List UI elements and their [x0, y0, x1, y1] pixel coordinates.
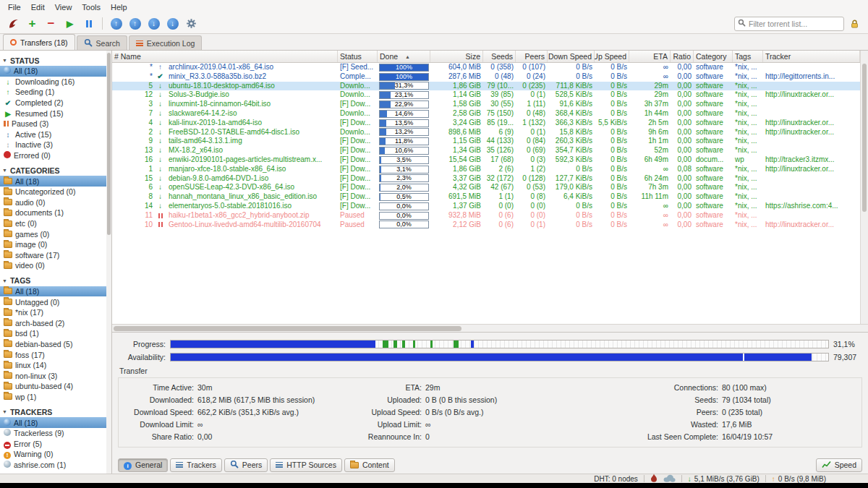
menu-item-help[interactable]: Help: [106, 1, 132, 13]
menu-item-file[interactable]: File: [3, 1, 26, 13]
detail-tab-content[interactable]: Content: [344, 458, 395, 472]
options-button[interactable]: [183, 15, 200, 32]
connection-cloud-icon[interactable]: [663, 474, 676, 484]
sidebar-item-debian-based-5[interactable]: debian-based (5): [0, 339, 111, 350]
sidebar-item-image-0[interactable]: image (0): [0, 239, 111, 250]
torrent-row-mx-18-2-x64-iso[interactable]: 13 ↓ MX-18.2_x64.iso [F] Dow... 10,6% 1,…: [112, 146, 860, 155]
torrent-row-ubuntu-18-10-desktop-amd64-i[interactable]: 5 ↓ ubuntu-18.10-desktop-amd64.iso Downl…: [112, 82, 860, 91]
column-header-name[interactable]: # Name: [112, 51, 338, 62]
sidebar-item-arch-based-2[interactable]: arch-based (2): [0, 317, 111, 328]
sidebar-item-wp-1[interactable]: wp (1): [0, 392, 111, 403]
column-header-done[interactable]: Done▲: [378, 51, 430, 62]
queue-down-button[interactable]: ↓: [145, 15, 162, 32]
torrent-row-manjaro-xfce-18-0-stable-x86[interactable]: 1 ↓ manjaro-xfce-18.0-stable-x86_64.iso …: [112, 165, 860, 174]
sidebar-item-games-0[interactable]: games (0): [0, 228, 111, 239]
sidebar-item-documents-1[interactable]: documents (1): [0, 207, 111, 218]
detail-tab-http-sources[interactable]: HTTP Sources: [270, 458, 342, 472]
torrent-row-gentoo-linux-livedvd-amd64-m[interactable]: 10 Gentoo-Linux-livedvd-amd64-multilib-2…: [112, 221, 860, 230]
column-header-size[interactable]: Size: [430, 51, 483, 62]
sidebar-item-all-18[interactable]: All (18): [0, 286, 111, 297]
column-header-eta[interactable]: ETA: [629, 51, 671, 62]
sidebar-item-etc-0[interactable]: etc (0): [0, 218, 111, 229]
sidebar-item-ashrise-com-1[interactable]: ashrise.com (1): [0, 460, 111, 471]
sidebar-section-categories[interactable]: ▼ CATEGORIES: [0, 164, 111, 176]
torrent-row-slackware64-14-2-iso[interactable]: 7 ↓ slackware64-14.2-iso Downlo... 14,6%…: [112, 109, 860, 119]
sidebar-item-all-18[interactable]: All (18): [0, 66, 111, 77]
torrent-row-solus-3-budgie-iso[interactable]: 12 ↓ Solus-3-Budgie.iso Downlo... 23,1% …: [112, 90, 860, 100]
column-header-tags[interactable]: Tags: [733, 51, 763, 62]
sidebar-item-video-0[interactable]: video (0): [0, 260, 111, 271]
sidebar-item-resumed-15[interactable]: ▶ Resumed (15): [0, 108, 111, 119]
torrent-row-linuxmint-18-cinnamon-64bit-[interactable]: 3 ↓ linuxmint-18-cinnamon-64bit.iso [F] …: [112, 100, 860, 109]
sidebar-item-error-5[interactable]: Error (5): [0, 438, 111, 449]
menu-item-view[interactable]: View: [50, 1, 77, 13]
tab-execution-log[interactable]: Execution Log: [129, 35, 203, 50]
horizontal-scrollbar[interactable]: [112, 324, 868, 332]
sidebar-section-tags[interactable]: ▼ TAGS: [0, 275, 111, 286]
pause-button[interactable]: [80, 15, 97, 32]
torrent-row-opensuse-leap-42-3-dvd-x86-6[interactable]: 6 ↓ openSUSE-Leap-42.3-DVD-x86_64.iso [F…: [112, 183, 860, 192]
sidebar-item-completed-2[interactable]: ✔ Completed (2): [0, 98, 111, 108]
sidebar-item-ubuntu-based-4[interactable]: ubuntu-based (4): [0, 381, 111, 392]
torrent-row-enwiki-20190101-pages-articl[interactable]: 16 ↓ enwiki-20190101-pages-articles-mult…: [112, 155, 860, 165]
torrent-row-archlinux-2019-04-01-x86-64-[interactable]: * ↑ archlinux-2019.04.01-x86_64.iso [F] …: [112, 63, 860, 72]
tab-transfers-18[interactable]: Transfers (18): [3, 34, 75, 50]
padlock-icon[interactable]: [846, 15, 863, 32]
sidebar-item-uncategorized-0[interactable]: Uncategorized (0): [0, 187, 111, 197]
queue-bottom-button[interactable]: ↓: [164, 15, 181, 32]
filter-input[interactable]: [749, 20, 834, 28]
sidebar-scrollbar[interactable]: [106, 51, 111, 474]
vertical-scrollbar[interactable]: [860, 51, 868, 324]
queue-top-button[interactable]: ↑: [108, 15, 124, 32]
sidebar-item-paused-3[interactable]: Paused (3): [0, 119, 111, 129]
sidebar-scrollbar-thumb[interactable]: [107, 53, 111, 235]
tab-search[interactable]: Search: [77, 35, 127, 50]
column-header-status[interactable]: Status: [338, 51, 378, 62]
sidebar-section-trackers[interactable]: ▼ TRACKERS: [0, 406, 111, 417]
detail-tab-general[interactable]: i General: [118, 458, 168, 472]
sidebar-item-trackerless-9[interactable]: Trackerless (9): [0, 428, 111, 439]
sidebar-item-seeding-1[interactable]: ↑ Seeding (1): [0, 87, 111, 98]
sidebar-item-untagged-0[interactable]: Untagged (0): [0, 296, 111, 307]
upload-speed-status[interactable]: ↑ 0 B/s (9,8 MiB): [772, 475, 826, 483]
menu-item-edit[interactable]: Edit: [26, 1, 50, 13]
detail-tab-trackers[interactable]: Trackers: [170, 458, 221, 472]
app-logo-icon[interactable]: [5, 15, 22, 32]
add-torrent-button[interactable]: +: [24, 15, 41, 32]
torrent-row-elementaryos-5-0-stable-2018[interactable]: 14 ↓ elementaryos-5.0-stable.20181016.is…: [112, 202, 860, 211]
sidebar-item-foss-17[interactable]: foss (17): [0, 349, 111, 360]
queue-up-button[interactable]: ↑: [127, 15, 143, 32]
speed-button[interactable]: Speed: [816, 458, 862, 472]
column-header-up-speed[interactable]: Up Speed: [595, 51, 629, 62]
torrent-row-kali-linux-2019-1a-amd64-iso[interactable]: 4 ↓ kali-linux-2019-1a-amd64-iso [F] Dow…: [112, 119, 860, 128]
download-speed-status[interactable]: ↓ 5,1 MiB/s (3,76 GiB): [688, 475, 760, 483]
column-header-category[interactable]: Category: [694, 51, 733, 62]
sidebar-item-audio-0[interactable]: audio (0): [0, 197, 111, 208]
detail-tab-peers[interactable]: Peers: [224, 458, 268, 472]
sidebar-item-software-17[interactable]: software (17): [0, 250, 111, 261]
column-header-ratio[interactable]: Ratio: [671, 51, 694, 62]
sidebar-section-status[interactable]: ▼ STATUS: [0, 54, 111, 66]
sidebar-item-nix-17[interactable]: *nix (17): [0, 307, 111, 318]
torrent-row-freebsd-12-0-stable-amd64-di[interactable]: 2 ↓ FreeBSD-12.0-STABLE-amd64-disc1.iso …: [112, 128, 860, 137]
vertical-scrollbar-thumb[interactable]: [862, 64, 867, 212]
resume-button[interactable]: ▶: [61, 15, 78, 32]
torrent-row-haiku-r1beta1-x86-gcc2-hybri[interactable]: 11 haiku-r1beta1-x86_gcc2_hybrid-anyboot…: [112, 211, 860, 221]
sidebar-item-bsd-1[interactable]: bsd (1): [0, 328, 111, 339]
torrent-row-hannah-montana-linux-x86-bas[interactable]: 8 ↓ hannah_montana_linux_x86_basic_editi…: [112, 192, 860, 202]
column-header-seeds[interactable]: Seeds: [483, 51, 516, 62]
column-header-tracker[interactable]: Tracker: [763, 51, 860, 62]
column-header-down-speed[interactable]: Down Speed: [548, 51, 595, 62]
sidebar-item-warning-0[interactable]: ! Warning (0): [0, 449, 111, 460]
torrent-row-tails-amd64-3-13-1-img[interactable]: 9 ↓ tails-amd64-3.13.1.img [F] Dow... 11…: [112, 137, 860, 146]
sidebar-item-downloading-16[interactable]: ↓ Downloading (16): [0, 77, 111, 87]
sidebar-item-errored-0[interactable]: Errored (0): [0, 150, 111, 161]
firewall-flame-icon[interactable]: [650, 474, 658, 484]
column-header-peers[interactable]: Peers: [516, 51, 548, 62]
torrent-row-minix-r3-3-0-588a35b-iso-bz2[interactable]: * ✔ minix_R3.3.0-588a35b.iso.bz2 Comple.…: [112, 72, 860, 82]
sidebar-item-linux-14[interactable]: linux (14): [0, 360, 111, 371]
sidebar-item-all-18[interactable]: All (18): [0, 417, 111, 428]
sidebar-item-active-15[interactable]: ↕ Active (15): [0, 129, 111, 140]
torrent-row-debian-9-8-0-amd64-dvd-1-iso[interactable]: 15 ↓ debian-9.8.0-amd64-DVD-1.iso [F] Do…: [112, 174, 860, 184]
sidebar-item-all-18[interactable]: All (18): [0, 176, 111, 187]
